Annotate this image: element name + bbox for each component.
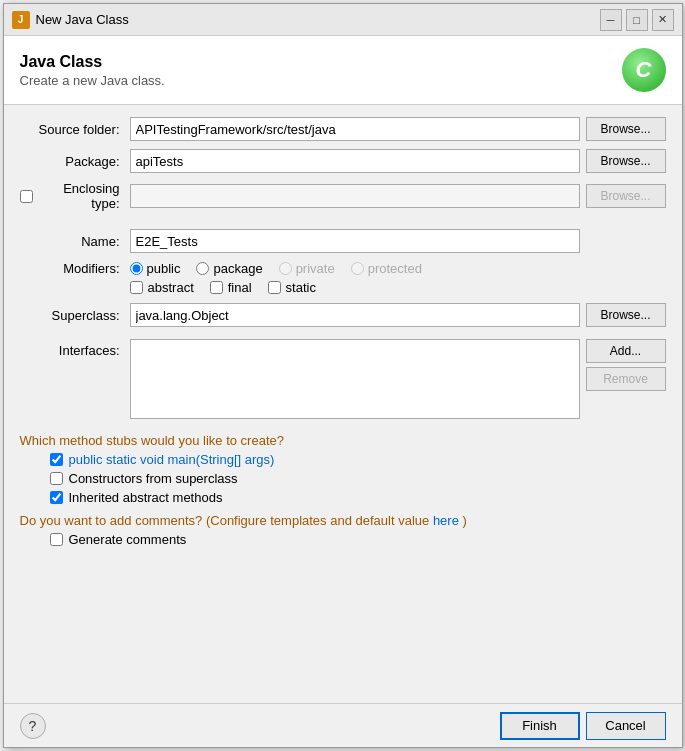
modifier-public-label[interactable]: public <box>130 261 181 276</box>
interfaces-container: Add... Remove <box>130 339 666 419</box>
modifiers-row2: abstract final static <box>130 280 666 295</box>
source-folder-input[interactable] <box>130 117 580 141</box>
package-label: Package: <box>20 154 130 169</box>
modifiers-label: Modifiers: <box>20 261 130 276</box>
modifier-static-checkbox[interactable] <box>268 281 281 294</box>
modifier-package-radio[interactable] <box>196 262 209 275</box>
comments-options: Generate comments <box>50 532 666 547</box>
modifier-protected-radio[interactable] <box>351 262 364 275</box>
stub-main-label[interactable]: public static void main(String[] args) <box>50 452 666 467</box>
enclosing-type-label: Enclosing type: <box>20 181 130 211</box>
dialog-window: J New Java Class ─ □ ✕ Java Class Create… <box>3 3 683 748</box>
header-icon: C <box>622 48 666 92</box>
modifier-abstract-label[interactable]: abstract <box>130 280 194 295</box>
enclosing-type-browse-button[interactable]: Browse... <box>586 184 666 208</box>
superclass-input[interactable] <box>130 303 580 327</box>
header-title: Java Class <box>20 53 165 71</box>
stubs-question: Which method stubs would you like to cre… <box>20 433 666 448</box>
enclosing-type-row: Enclosing type: Browse... <box>20 181 666 211</box>
title-bar: J New Java Class ─ □ ✕ <box>4 4 682 36</box>
source-folder-label: Source folder: <box>20 122 130 137</box>
title-bar-buttons: ─ □ ✕ <box>600 9 674 31</box>
bottom-bar: ? Finish Cancel <box>4 703 682 747</box>
modifier-abstract-checkbox[interactable] <box>130 281 143 294</box>
close-button[interactable]: ✕ <box>652 9 674 31</box>
name-label: Name: <box>20 234 130 249</box>
minimize-button[interactable]: ─ <box>600 9 622 31</box>
maximize-button[interactable]: □ <box>626 9 648 31</box>
interfaces-textarea[interactable] <box>130 339 580 419</box>
interfaces-label: Interfaces: <box>20 339 130 358</box>
cancel-button[interactable]: Cancel <box>586 712 666 740</box>
stubs-section: Which method stubs would you like to cre… <box>20 433 666 505</box>
modifiers-row1: Modifiers: public package private protec… <box>20 261 666 276</box>
action-buttons: Finish Cancel <box>500 712 666 740</box>
source-folder-browse-button[interactable]: Browse... <box>586 117 666 141</box>
modifier-private-label[interactable]: private <box>279 261 335 276</box>
header-subtitle: Create a new Java class. <box>20 73 165 88</box>
modifier-final-checkbox[interactable] <box>210 281 223 294</box>
stub-main-checkbox[interactable] <box>50 453 63 466</box>
name-row: Name: <box>20 229 666 253</box>
enclosing-type-input[interactable] <box>130 184 580 208</box>
package-browse-button[interactable]: Browse... <box>586 149 666 173</box>
stub-inherited-label[interactable]: Inherited abstract methods <box>50 490 666 505</box>
modifier-static-label[interactable]: static <box>268 280 316 295</box>
comments-question: Do you want to add comments? (Configure … <box>20 513 666 528</box>
superclass-browse-button[interactable]: Browse... <box>586 303 666 327</box>
package-row: Package: Browse... <box>20 149 666 173</box>
modifier-package-label[interactable]: package <box>196 261 262 276</box>
modifier-public-radio[interactable] <box>130 262 143 275</box>
help-button[interactable]: ? <box>20 713 46 739</box>
stub-constructors-label[interactable]: Constructors from superclass <box>50 471 666 486</box>
comments-link[interactable]: here <box>433 513 459 528</box>
superclass-row: Superclass: Browse... <box>20 303 666 327</box>
modifiers-radio-group: public package private protected <box>130 261 422 276</box>
comments-section: Do you want to add comments? (Configure … <box>20 513 666 547</box>
enclosing-type-checkbox[interactable] <box>20 190 33 203</box>
modifier-protected-label[interactable]: protected <box>351 261 422 276</box>
generate-comments-label[interactable]: Generate comments <box>50 532 666 547</box>
finish-button[interactable]: Finish <box>500 712 580 740</box>
interfaces-remove-button[interactable]: Remove <box>586 367 666 391</box>
interfaces-row: Interfaces: Add... Remove <box>20 339 666 419</box>
form-area: Source folder: Browse... Package: Browse… <box>4 105 682 703</box>
stubs-options: public static void main(String[] args) C… <box>50 452 666 505</box>
window-title: New Java Class <box>36 12 600 27</box>
stub-inherited-checkbox[interactable] <box>50 491 63 504</box>
interfaces-buttons: Add... Remove <box>586 339 666 391</box>
generate-comments-checkbox[interactable] <box>50 533 63 546</box>
name-input[interactable] <box>130 229 580 253</box>
modifier-private-radio[interactable] <box>279 262 292 275</box>
modifier-final-label[interactable]: final <box>210 280 252 295</box>
stub-constructors-checkbox[interactable] <box>50 472 63 485</box>
superclass-label: Superclass: <box>20 308 130 323</box>
window-icon: J <box>12 11 30 29</box>
source-folder-row: Source folder: Browse... <box>20 117 666 141</box>
interfaces-add-button[interactable]: Add... <box>586 339 666 363</box>
header-area: Java Class Create a new Java class. C <box>4 36 682 105</box>
package-input[interactable] <box>130 149 580 173</box>
header-text: Java Class Create a new Java class. <box>20 53 165 88</box>
